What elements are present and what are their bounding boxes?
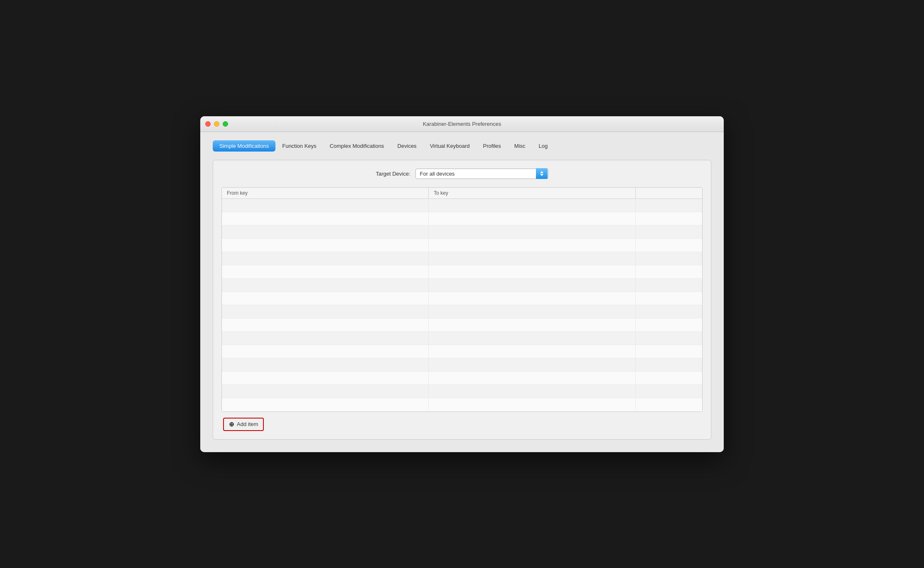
table-row bbox=[222, 385, 702, 398]
table-row bbox=[222, 199, 702, 212]
row-from-key bbox=[222, 199, 429, 212]
row-action bbox=[636, 239, 702, 252]
table-row bbox=[222, 252, 702, 265]
row-to-key bbox=[429, 332, 636, 345]
row-action bbox=[636, 225, 702, 238]
content-area: Simple Modifications Function Keys Compl… bbox=[200, 132, 724, 452]
row-action bbox=[636, 332, 702, 345]
table-row bbox=[222, 372, 702, 385]
plus-icon: ⊕ bbox=[229, 421, 234, 428]
tab-simple-modifications[interactable]: Simple Modifications bbox=[213, 140, 275, 152]
row-action bbox=[636, 252, 702, 265]
row-from-key bbox=[222, 372, 429, 384]
table-row bbox=[222, 292, 702, 305]
row-from-key bbox=[222, 398, 429, 411]
row-to-key bbox=[429, 385, 636, 398]
tab-complex-modifications[interactable]: Complex Modifications bbox=[323, 140, 391, 152]
row-to-key bbox=[429, 239, 636, 252]
row-action bbox=[636, 372, 702, 384]
column-header-to-key: To key bbox=[429, 188, 636, 198]
row-from-key bbox=[222, 212, 429, 225]
row-to-key bbox=[429, 265, 636, 278]
row-to-key bbox=[429, 398, 636, 411]
add-item-label: Add item bbox=[237, 421, 258, 427]
row-action bbox=[636, 385, 702, 398]
row-action bbox=[636, 318, 702, 331]
table-header: From key To key bbox=[222, 188, 702, 199]
traffic-lights bbox=[205, 121, 228, 127]
minimize-button[interactable] bbox=[214, 121, 219, 127]
row-to-key bbox=[429, 305, 636, 318]
column-header-from-key: From key bbox=[222, 188, 429, 198]
bottom-bar: ⊕ Add item bbox=[221, 418, 703, 431]
row-to-key bbox=[429, 372, 636, 384]
row-action bbox=[636, 199, 702, 212]
row-from-key bbox=[222, 345, 429, 358]
row-action bbox=[636, 265, 702, 278]
table-row bbox=[222, 212, 702, 225]
tab-misc[interactable]: Misc bbox=[508, 140, 532, 152]
row-to-key bbox=[429, 358, 636, 371]
tab-virtual-keyboard[interactable]: Virtual Keyboard bbox=[423, 140, 477, 152]
row-to-key bbox=[429, 212, 636, 225]
row-to-key bbox=[429, 292, 636, 305]
row-to-key bbox=[429, 279, 636, 291]
close-button[interactable] bbox=[205, 121, 211, 127]
row-action bbox=[636, 212, 702, 225]
maximize-button[interactable] bbox=[223, 121, 228, 127]
row-from-key bbox=[222, 292, 429, 305]
row-action bbox=[636, 345, 702, 358]
table-row bbox=[222, 345, 702, 358]
modifications-table: From key To key bbox=[221, 187, 703, 412]
tab-devices[interactable]: Devices bbox=[391, 140, 423, 152]
row-from-key bbox=[222, 358, 429, 371]
device-select[interactable]: For all devices bbox=[415, 169, 548, 179]
row-from-key bbox=[222, 225, 429, 238]
table-row bbox=[222, 358, 702, 372]
row-to-key bbox=[429, 225, 636, 238]
target-device-label: Target Device: bbox=[376, 171, 410, 177]
table-row bbox=[222, 239, 702, 252]
row-to-key bbox=[429, 199, 636, 212]
preferences-window: Karabiner-Elements Preferences Simple Mo… bbox=[200, 116, 724, 452]
tab-function-keys[interactable]: Function Keys bbox=[275, 140, 323, 152]
row-action bbox=[636, 292, 702, 305]
title-bar: Karabiner-Elements Preferences bbox=[200, 116, 724, 132]
row-from-key bbox=[222, 265, 429, 278]
add-item-button[interactable]: ⊕ Add item bbox=[223, 418, 264, 431]
row-from-key bbox=[222, 305, 429, 318]
row-to-key bbox=[429, 318, 636, 331]
row-from-key bbox=[222, 318, 429, 331]
target-device-row: Target Device: For all devices bbox=[221, 169, 703, 179]
table-row bbox=[222, 265, 702, 279]
row-from-key bbox=[222, 239, 429, 252]
row-from-key bbox=[222, 279, 429, 291]
row-action bbox=[636, 398, 702, 411]
main-panel: Target Device: For all devices From key … bbox=[213, 160, 711, 440]
row-action bbox=[636, 305, 702, 318]
row-action bbox=[636, 279, 702, 291]
table-row bbox=[222, 318, 702, 332]
row-to-key bbox=[429, 345, 636, 358]
device-select-wrapper: For all devices bbox=[415, 169, 548, 179]
table-row bbox=[222, 279, 702, 292]
table-row bbox=[222, 332, 702, 345]
table-row bbox=[222, 225, 702, 239]
row-from-key bbox=[222, 252, 429, 265]
table-row bbox=[222, 398, 702, 411]
tab-bar: Simple Modifications Function Keys Compl… bbox=[213, 140, 711, 152]
table-row bbox=[222, 305, 702, 318]
tab-profiles[interactable]: Profiles bbox=[477, 140, 508, 152]
window-title: Karabiner-Elements Preferences bbox=[423, 121, 501, 127]
row-action bbox=[636, 358, 702, 371]
column-header-action bbox=[636, 188, 702, 198]
tab-log[interactable]: Log bbox=[532, 140, 555, 152]
row-to-key bbox=[429, 252, 636, 265]
row-from-key bbox=[222, 332, 429, 345]
row-from-key bbox=[222, 385, 429, 398]
